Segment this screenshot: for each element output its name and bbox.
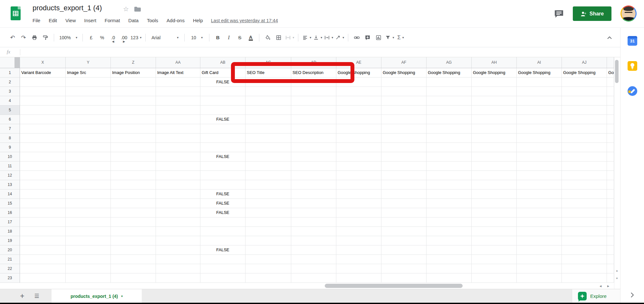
vertical-scrollbar-thumb[interactable] <box>615 60 619 83</box>
cell[interactable] <box>156 189 200 199</box>
cell[interactable] <box>20 180 66 189</box>
cell[interactable] <box>336 78 381 87</box>
cell[interactable] <box>562 106 607 115</box>
cell[interactable] <box>336 236 381 245</box>
cell[interactable] <box>381 87 427 96</box>
cell[interactable]: FALSE <box>200 152 245 161</box>
cell[interactable] <box>336 171 381 180</box>
cell[interactable] <box>291 152 336 161</box>
cell[interactable] <box>111 87 156 96</box>
cell[interactable] <box>427 171 472 180</box>
cell[interactable] <box>472 245 517 255</box>
cell[interactable]: FALSE <box>200 78 245 87</box>
cell[interactable] <box>517 255 562 264</box>
cell[interactable]: Image Alt Text <box>156 68 200 78</box>
cell[interactable] <box>245 227 291 236</box>
cell[interactable] <box>20 171 66 180</box>
cell[interactable] <box>336 245 381 255</box>
row-number[interactable]: 8 <box>0 134 20 143</box>
cell[interactable] <box>200 217 245 227</box>
cell[interactable] <box>336 124 381 134</box>
cell[interactable] <box>517 180 562 189</box>
cell[interactable] <box>517 171 562 180</box>
cell[interactable] <box>381 115 427 124</box>
cell[interactable] <box>200 106 245 115</box>
cell[interactable] <box>381 236 427 245</box>
cell[interactable] <box>517 87 562 96</box>
cell[interactable] <box>427 180 472 189</box>
formula-input[interactable] <box>24 48 617 57</box>
cell[interactable] <box>427 189 472 199</box>
cell[interactable] <box>245 134 291 143</box>
cell[interactable] <box>607 134 614 143</box>
cell[interactable] <box>562 180 607 189</box>
menu-edit[interactable]: Edit <box>44 16 61 25</box>
last-edit-status[interactable]: Last edit was yesterday at 17:44 <box>211 18 278 23</box>
cell[interactable] <box>111 217 156 227</box>
row-number[interactable]: 15 <box>0 199 20 208</box>
cell[interactable] <box>245 161 291 171</box>
cell[interactable] <box>66 264 111 273</box>
cell[interactable] <box>245 124 291 134</box>
cell[interactable] <box>66 171 111 180</box>
cell[interactable] <box>336 227 381 236</box>
cell[interactable] <box>472 273 517 283</box>
cell[interactable] <box>111 180 156 189</box>
row-number[interactable]: 14 <box>0 189 20 199</box>
insert-link-button[interactable] <box>352 33 361 42</box>
cell[interactable] <box>245 96 291 106</box>
cell[interactable] <box>607 245 614 255</box>
cell[interactable] <box>607 143 614 152</box>
cell[interactable] <box>156 124 200 134</box>
cell[interactable] <box>517 96 562 106</box>
cell[interactable]: FALSE <box>200 199 245 208</box>
cell[interactable] <box>111 106 156 115</box>
row-number[interactable]: 2 <box>0 78 20 87</box>
cell[interactable] <box>517 236 562 245</box>
cell[interactable] <box>156 217 200 227</box>
cell[interactable] <box>66 189 111 199</box>
cell[interactable] <box>607 208 614 217</box>
cell[interactable] <box>427 208 472 217</box>
cell[interactable] <box>472 189 517 199</box>
cell[interactable] <box>66 227 111 236</box>
cell[interactable] <box>291 124 336 134</box>
cell[interactable] <box>20 189 66 199</box>
more-formats-button[interactable]: 123▾ <box>130 33 141 42</box>
cell[interactable] <box>607 236 614 245</box>
cell[interactable] <box>381 180 427 189</box>
menu-file[interactable]: File <box>28 16 44 25</box>
cell[interactable] <box>245 264 291 273</box>
menu-help[interactable]: Help <box>189 16 207 25</box>
cell[interactable] <box>427 236 472 245</box>
share-button[interactable]: Share <box>573 6 611 21</box>
cell[interactable] <box>156 180 200 189</box>
column-header-AA[interactable]: AA <box>156 57 200 68</box>
cell[interactable] <box>562 87 607 96</box>
cell[interactable] <box>156 264 200 273</box>
cell[interactable] <box>245 143 291 152</box>
cell[interactable] <box>20 106 66 115</box>
cell[interactable] <box>562 199 607 208</box>
cell[interactable] <box>245 180 291 189</box>
cell[interactable] <box>427 152 472 161</box>
cell[interactable] <box>291 87 336 96</box>
cell[interactable] <box>562 273 607 283</box>
cell[interactable] <box>66 217 111 227</box>
cell[interactable] <box>427 124 472 134</box>
cell[interactable] <box>427 78 472 87</box>
cell[interactable] <box>66 143 111 152</box>
cell[interactable] <box>562 78 607 87</box>
cell[interactable] <box>200 255 245 264</box>
cell[interactable] <box>517 106 562 115</box>
cell[interactable] <box>381 143 427 152</box>
cell[interactable] <box>562 217 607 227</box>
cell[interactable] <box>336 208 381 217</box>
hide-toolbar-button[interactable] <box>603 28 616 47</box>
text-color-button[interactable]: A <box>246 33 255 42</box>
menu-format[interactable]: Format <box>101 16 124 25</box>
cell[interactable] <box>427 273 472 283</box>
cell[interactable] <box>111 264 156 273</box>
column-header-AD[interactable]: AD <box>291 57 336 68</box>
row-number[interactable]: 13 <box>0 180 20 189</box>
